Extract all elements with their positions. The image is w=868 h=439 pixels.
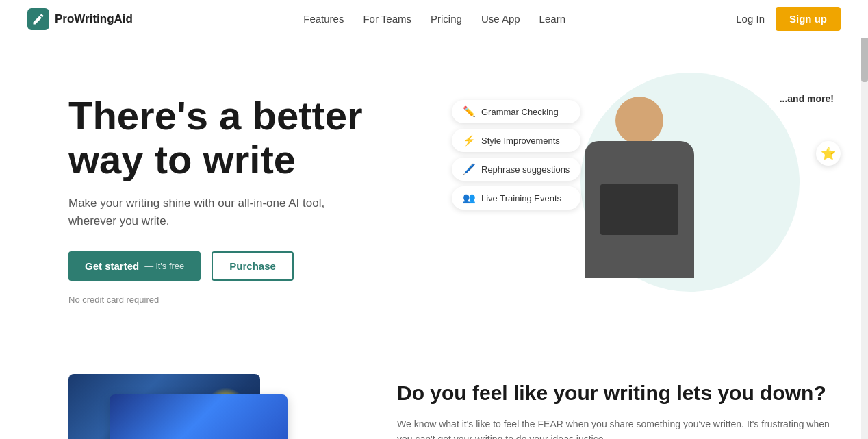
signup-button[interactable]: Sign up xyxy=(776,7,841,31)
feature-card-training: 👥 Live Training Events xyxy=(452,186,580,210)
feature-card-style: ⚡ Style Improvements xyxy=(452,129,580,152)
nav-features[interactable]: Features xyxy=(303,13,344,25)
get-started-button[interactable]: Get started — it's free xyxy=(68,251,201,281)
rephrase-label: Rephrase suggestions xyxy=(481,164,570,175)
hero-buttons: Get started — it's free Purchase xyxy=(68,251,438,281)
get-started-label: Get started xyxy=(85,260,139,272)
grammar-icon: ✏️ xyxy=(463,105,476,118)
rephrase-icon: 🖊️ xyxy=(463,163,476,175)
style-icon: ⚡ xyxy=(463,134,476,147)
painting-stack: My idea in my head xyxy=(68,374,315,439)
painting-foreground xyxy=(110,394,288,439)
hero-title: There's a better way to write xyxy=(68,94,438,181)
person-head xyxy=(615,97,663,145)
nav-use-app[interactable]: Use App xyxy=(481,13,520,25)
logo-icon xyxy=(27,8,49,30)
training-icon: 👥 xyxy=(463,192,476,204)
feature-card-rephrase: 🖊️ Rephrase suggestions xyxy=(452,158,580,181)
nav-for-teams[interactable]: For Teams xyxy=(363,13,411,25)
person-figure xyxy=(571,97,708,316)
hero-section: There's a better way to write Make your … xyxy=(0,38,868,347)
page-scrollbar[interactable] xyxy=(861,0,868,439)
login-link[interactable]: Log In xyxy=(736,13,765,25)
more-label: ...and more! xyxy=(780,93,834,104)
navbar: ProWritingAid Features For Teams Pricing… xyxy=(0,0,868,38)
section2-text: We know what it's like to feel the FEAR … xyxy=(397,416,841,439)
nav-links: Features For Teams Pricing Use App Learn xyxy=(303,13,565,25)
nav-actions: Log In Sign up xyxy=(736,7,841,31)
style-label: Style Improvements xyxy=(481,136,560,146)
feature-cards: ✏️ Grammar Checking ⚡ Style Improvements… xyxy=(452,100,580,210)
hero-note: No credit card required xyxy=(68,294,438,305)
nav-pricing[interactable]: Pricing xyxy=(431,13,462,25)
section2-illustration: My idea in my head xyxy=(68,374,356,439)
training-label: Live Training Events xyxy=(481,193,561,203)
brand-name: ProWritingAid xyxy=(55,12,133,26)
free-label: — it's free xyxy=(144,261,184,271)
brand-logo[interactable]: ProWritingAid xyxy=(27,8,133,30)
section2-content: Do you feel like your writing lets you d… xyxy=(397,374,841,439)
star-badge: ⭐ xyxy=(816,141,841,166)
grammar-label: Grammar Checking xyxy=(481,107,559,117)
section2: My idea in my head Do you feel like your… xyxy=(0,347,868,439)
hero-subtitle: Make your writing shine with our all-in-… xyxy=(68,195,329,229)
feature-card-grammar: ✏️ Grammar Checking xyxy=(452,100,580,123)
hero-illustration: ✏️ Grammar Checking ⚡ Style Improvements… xyxy=(438,79,841,319)
purchase-button[interactable]: Purchase xyxy=(212,251,294,281)
section2-title: Do you feel like your writing lets you d… xyxy=(397,381,841,405)
hero-content: There's a better way to write Make your … xyxy=(68,94,438,305)
nav-learn[interactable]: Learn xyxy=(539,13,565,25)
person-body xyxy=(585,141,694,278)
person-laptop xyxy=(598,182,680,237)
